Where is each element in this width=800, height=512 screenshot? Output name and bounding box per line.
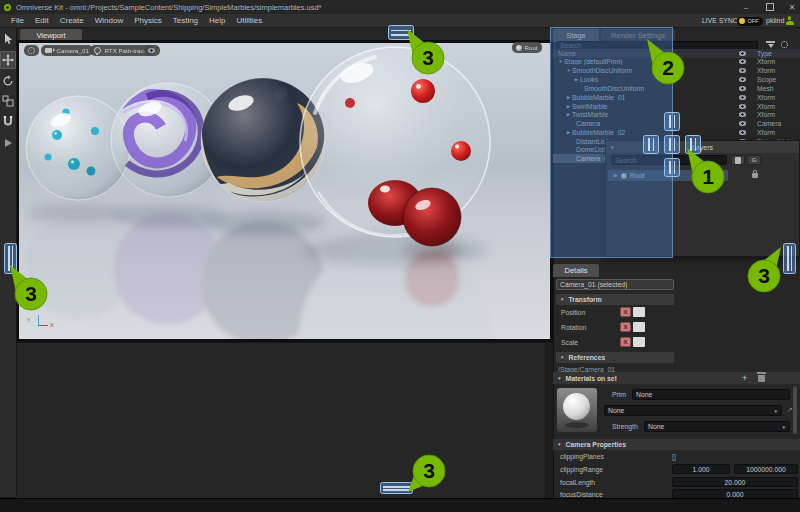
tab-details[interactable]: Details [553,264,599,277]
visibility-eye-icon[interactable] [739,121,746,126]
omniverse-logo-icon [4,4,11,11]
focal-length-field[interactable]: 20.000 [672,477,798,487]
scale-x-field[interactable] [633,337,645,347]
rotation-label: Rotation [561,324,586,331]
prim-value-field[interactable]: None [632,389,790,400]
status-bar [0,498,800,512]
camera-selector-button[interactable]: Camera_01 [41,45,93,56]
annotation-badge-3-right: 3 [734,244,790,300]
user-name: pklind [766,17,784,24]
close-button[interactable]: ✕ [784,0,800,14]
menu-physics[interactable]: Physics [134,16,162,25]
stage-options-gear-icon[interactable] [781,41,788,48]
annotation-badge-3-bottom: 3 [399,439,455,495]
document-icon [735,157,741,164]
visibility-eye-icon[interactable] [739,130,746,135]
visibility-eye-icon[interactable] [739,68,746,73]
scale-tool-icon[interactable] [2,95,14,107]
bulb-icon [94,47,101,54]
chevron-down-icon: ▼ [773,409,778,414]
menu-window[interactable]: Window [95,16,123,25]
visibility-eye-icon[interactable] [739,59,746,64]
menu-create[interactable]: Create [60,16,84,25]
annotation-badge-3-left: 3 [1,262,57,318]
delete-material-trash-icon[interactable] [758,375,765,382]
visibility-eye-icon[interactable] [739,86,746,91]
visibility-eye-icon[interactable] [739,112,746,117]
root-button[interactable]: Root [512,42,542,53]
select-tool-icon[interactable] [2,33,14,45]
viewport-render-marbles [19,43,550,339]
live-sync-label: LIVE SYNC [702,17,738,24]
strength-dropdown[interactable]: None ▼ [644,421,790,432]
svg-text:2: 2 [662,56,674,79]
references-section-header[interactable]: ▼References [556,352,674,363]
position-x-field[interactable] [633,307,645,317]
clipping-range-max-field[interactable]: 1000000.000 [734,464,798,474]
viewport-settings-button[interactable] [24,45,39,56]
cube-icon [516,45,522,51]
prim-label: Prim [612,391,626,398]
chevron-down-icon: ▼ [781,425,786,430]
svg-text:3: 3 [758,264,770,287]
clipping-range-min-field[interactable]: 1.000 [672,464,730,474]
live-sync-toggle[interactable]: OFF [737,17,763,26]
viewport-visibility-button[interactable] [144,45,160,56]
focus-distance-label: focusDistance [560,491,603,498]
play-button-icon[interactable] [2,137,14,149]
materials-scrollbar[interactable] [793,386,797,434]
visibility-eye-icon[interactable] [739,95,746,100]
svg-text:3: 3 [423,459,435,482]
toggle-dot-icon [739,18,746,25]
add-material-button[interactable]: + [742,373,747,383]
menu-edit[interactable]: Edit [35,16,49,25]
position-x-axis-button[interactable]: X [620,307,631,317]
user-avatar-icon[interactable] [785,16,794,25]
viewport-tab-bar: Viewport [16,27,553,40]
stage-filter-icon[interactable] [766,41,775,49]
dock-target-cluster-left[interactable] [643,135,659,154]
visibility-eye-icon[interactable] [739,77,746,82]
dock-target-cluster-top[interactable] [664,112,680,131]
window-title: Omniverse Kit - omni:/Projects/SampleCon… [16,3,322,12]
move-tool-icon[interactable] [0,51,16,69]
transform-section-header[interactable]: ▼Transform [556,294,674,305]
snap-tool-icon[interactable] [2,115,14,127]
lock-icon[interactable] [752,173,758,178]
title-bar: Omniverse Kit - omni:/Projects/SampleCon… [0,0,800,14]
eye-icon [148,48,155,53]
visibility-eye-icon[interactable] [739,104,746,109]
menu-testing[interactable]: Testing [173,16,198,25]
layers-g-button[interactable]: G [747,155,761,165]
materials-section-header[interactable]: ▼Materials on sel + [553,372,800,384]
maximize-button[interactable] [762,0,778,14]
material-dropdown[interactable]: None ▼ [604,405,782,416]
material-sphere-icon [563,393,590,420]
rotation-x-field[interactable] [633,322,645,332]
strength-label: Strength [612,423,638,430]
camera-properties-header[interactable]: ▼Camera Properties [553,439,800,450]
camera-icon [45,48,52,53]
scale-label: Scale [561,339,578,346]
annotation-badge-2: 2 [638,36,694,92]
content-browser-panel [16,342,545,498]
clipping-range-label: clippingRange [560,466,603,473]
menu-file[interactable]: File [11,16,24,25]
clipping-planes-value: [] [672,453,676,460]
minimize-button[interactable]: – [738,0,754,14]
material-preview-thumbnail[interactable] [557,388,597,432]
omniverse-kit-window: Omniverse Kit - omni:/Projects/SampleCon… [0,0,800,512]
details-selection-label: Camera_01 (selected) [556,279,674,290]
annotation-badge-3-top: 3 [398,26,454,82]
external-link-icon[interactable]: ↗ [787,406,793,414]
rotate-tool-icon[interactable] [2,75,14,87]
menu-help[interactable]: Help [209,16,225,25]
menu-utilities[interactable]: Utilities [237,16,263,25]
clipping-planes-label: clippingPlanes [560,453,604,460]
rotation-x-axis-button[interactable]: X [620,322,631,332]
gear-icon [28,47,35,54]
svg-text:3: 3 [422,46,434,69]
scale-x-axis-button[interactable]: X [620,337,631,347]
position-label: Position [561,309,585,316]
svg-text:3: 3 [25,282,37,305]
